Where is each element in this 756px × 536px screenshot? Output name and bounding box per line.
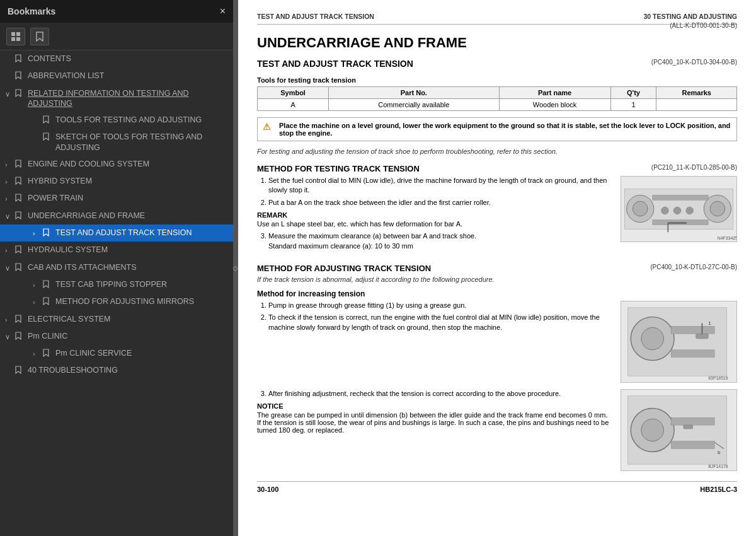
sidebar-item-power-train[interactable]: › POWER TRAIN <box>0 190 233 207</box>
arrow-electrical[interactable]: › <box>5 315 15 324</box>
sidebar-item-contents[interactable]: CONTENTS <box>0 50 233 67</box>
step3-text: After finishing adjustment, recheck that… <box>257 389 613 434</box>
sidebar-item-test-track[interactable]: › TEST AND ADJUST TRACK TENSION <box>0 224 233 242</box>
arrow-mirrors[interactable]: › <box>33 298 43 306</box>
bookmark-icon-troubleshooting <box>15 366 24 376</box>
arrow-hydraulic[interactable]: › <box>5 246 15 255</box>
sidebar-label-pm-service: Pm CLINIC SERVICE <box>55 348 228 358</box>
arrow-troubleshooting <box>5 366 15 375</box>
svg-rect-9 <box>653 195 708 200</box>
bookmark-icon-hydraulic <box>15 245 24 255</box>
cell-remarks <box>656 99 737 111</box>
remark-text: Use an L shape steel bar, etc. which has… <box>257 220 613 228</box>
svg-point-13 <box>686 207 694 214</box>
svg-rect-30 <box>671 441 714 449</box>
sidebar-label-cab: CAB AND ITS ATTACHMENTS <box>28 262 228 272</box>
warning-box: ⚠ Place the machine on a level ground, l… <box>257 117 737 141</box>
toolbar-grid-btn[interactable] <box>6 28 25 45</box>
arrow-sketch <box>33 133 43 142</box>
sidebar-item-method-mirrors[interactable]: › METHOD FOR ADJUSTING MIRRORS <box>0 293 233 310</box>
arrow-test-cab[interactable]: › <box>33 281 43 289</box>
sidebar-item-pm-clinic-service[interactable]: › Pm CLINIC SERVICE <box>0 345 233 362</box>
notice-label: NOTICE <box>257 402 613 410</box>
arrow-cab[interactable]: ∨ <box>5 264 15 272</box>
sidebar-label-related-info: RELATED INFORMATION ON TESTING AND ADJUS… <box>28 88 228 109</box>
arrow-pm-service[interactable]: › <box>33 349 43 358</box>
tools-table: Symbol Part No. Part name Q'ty Remarks A… <box>257 86 737 111</box>
sidebar-header: Bookmarks × <box>0 0 233 23</box>
arrow-undercarriage[interactable]: ∨ <box>5 212 15 221</box>
svg-point-19 <box>641 327 663 349</box>
method2-code: (PC400_10-K-DTL0-27C-00-B) <box>650 264 737 271</box>
sidebar-item-undercarriage[interactable]: ∨ UNDERCARRIAGE AND FRAME <box>0 207 233 224</box>
bookmark-icon-pm-clinic <box>15 332 24 342</box>
header-right: 30 TESTING AND ADJUSTING <box>643 13 737 20</box>
svg-rect-22 <box>696 334 709 339</box>
bookmark-icon-sketch <box>43 132 52 143</box>
toolbar-bookmark-btn[interactable] <box>30 28 49 45</box>
bookmark-icon-test-track <box>43 228 52 238</box>
sidebar-item-troubleshooting[interactable]: 40 TROUBLESHOOTING <box>0 362 233 379</box>
bookmark-icon-electrical <box>15 315 24 325</box>
sidebar-label-mirrors: METHOD FOR ADJUSTING MIRRORS <box>55 296 228 306</box>
bookmark-icon-tools <box>43 115 52 125</box>
svg-text:BJF14178: BJF14178 <box>708 464 728 469</box>
sidebar-label-pm-clinic: Pm CLINIC <box>28 331 228 341</box>
arrow-related-info[interactable]: ∨ <box>5 90 15 98</box>
doc-footer: 30-100 HB215LC-3 <box>257 481 737 493</box>
increase-content: Pump in grease through grease fitting (1… <box>257 301 737 383</box>
sidebar-item-hydraulic[interactable]: › HYDRAULIC SYSTEM <box>0 242 233 259</box>
method1-text: Set the fuel control dial to MIN (Low id… <box>257 176 613 255</box>
svg-rect-0 <box>11 32 15 36</box>
sidebar-item-engine[interactable]: › ENGINE AND COOLING SYSTEM <box>0 156 233 173</box>
section-title: UNDERCARRIAGE AND FRAME <box>257 35 737 51</box>
bookmark-icon-contents <box>15 54 24 64</box>
resize-handle[interactable]: ‹› <box>233 0 238 536</box>
svg-rect-2 <box>11 37 15 41</box>
sidebar-label-engine: ENGINE AND COOLING SYSTEM <box>28 159 228 169</box>
bookmark-icon-mirrors <box>43 297 52 307</box>
bookmark-icon-abbreviation <box>15 71 24 81</box>
sidebar-item-electrical[interactable]: › ELECTRICAL SYSTEM <box>0 311 233 328</box>
method1-steps: Set the fuel control dial to MIN (Low id… <box>257 176 613 207</box>
warning-icon: ⚠ <box>263 122 274 132</box>
footer-left: 30-100 <box>257 486 278 493</box>
sidebar-item-test-cab[interactable]: › TEST CAB TIPPING STOPPER <box>0 276 233 293</box>
step3-after: After finishing adjustment, recheck that… <box>268 389 613 399</box>
sidebar-item-hybrid[interactable]: › HYBRID SYSTEM <box>0 173 233 190</box>
tools-label: Tools for testing track tension <box>257 76 737 84</box>
arrow-test-track[interactable]: › <box>33 229 43 238</box>
sidebar-item-sketch-tools[interactable]: SKETCH OF TOOLS FOR TESTING AND ADJUSTIN… <box>0 129 233 156</box>
arrow-hybrid[interactable]: › <box>5 177 15 186</box>
method1-code: (PC210_11-K-DTL0-285-00-B) <box>651 164 737 171</box>
main-content: TEST AND ADJUST TRACK TENSION 30 TESTING… <box>238 0 756 536</box>
sidebar-label-tools: TOOLS FOR TESTING AND ADJUSTING <box>55 115 228 125</box>
arrow-power-train[interactable]: › <box>5 194 15 203</box>
increase-text: Pump in grease through grease fitting (1… <box>257 301 613 336</box>
svg-rect-1 <box>16 32 20 36</box>
svg-rect-31 <box>684 425 693 429</box>
sidebar-item-pm-clinic[interactable]: ∨ Pm CLINIC <box>0 328 233 345</box>
sidebar: Bookmarks × CONTENTS <box>0 0 233 536</box>
bookmark-icon-hybrid <box>15 177 24 187</box>
bookmark-icon-related-info <box>15 89 24 99</box>
sidebar-label-undercarriage: UNDERCARRIAGE AND FRAME <box>28 211 228 221</box>
sidebar-title: Bookmarks <box>8 6 55 16</box>
sidebar-item-related-info[interactable]: ∨ RELATED INFORMATION ON TESTING AND ADJ… <box>0 85 233 112</box>
bookmark-icon-cab <box>15 263 24 273</box>
sidebar-label-sketch: SKETCH OF TOOLS FOR TESTING AND ADJUSTIN… <box>55 132 228 153</box>
sidebar-item-abbreviation[interactable]: ABBREVIATION LIST <box>0 67 233 84</box>
arrow-engine[interactable]: › <box>5 160 15 169</box>
sub-code: (PC400_10-K-DTL0-304-00-B) <box>651 59 737 66</box>
step3-content: After finishing adjustment, recheck that… <box>257 389 737 471</box>
increase-steps: Pump in grease through grease fitting (1… <box>257 301 613 332</box>
sidebar-item-cab[interactable]: ∨ CAB AND ITS ATTACHMENTS <box>0 259 233 276</box>
remark-label: REMARK <box>257 211 613 219</box>
arrow-pm-clinic[interactable]: ∨ <box>5 332 15 341</box>
cell-qty: 1 <box>610 99 656 111</box>
col-remarks: Remarks <box>656 87 737 99</box>
sidebar-item-tools-testing[interactable]: TOOLS FOR TESTING AND ADJUSTING <box>0 112 233 129</box>
close-button[interactable]: × <box>220 6 226 17</box>
col-qty: Q'ty <box>610 87 656 99</box>
method2-intro: If the track tension is abnormal, adjust… <box>257 276 737 283</box>
